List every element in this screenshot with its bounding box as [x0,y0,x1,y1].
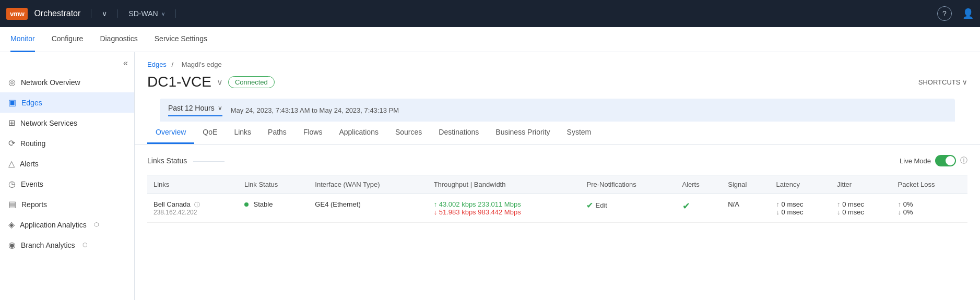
col-interface: Interface (WAN Type) [309,175,427,194]
alerts-check-icon: ✔ [682,201,690,211]
throughput-down-mbps: 983.442 Mbps [478,208,521,216]
tab-destinations[interactable]: Destinations [430,122,487,144]
network-services-icon: ⊞ [8,118,15,128]
edit-check-icon: ✔ [586,200,593,210]
sidebar-label-reports: Reports [21,200,47,209]
secondary-nav: Monitor Configure Diagnostics Service Se… [0,27,980,52]
top-bar-actions: ? 👤 [937,6,974,21]
external-link-icon-app: ⬡ [94,221,99,228]
breadcrumb-separator: / [172,61,174,68]
time-range-text: May 24, 2023, 7:43:13 AM to May 24, 2023… [231,106,399,114]
edit-label: Edit [595,201,607,209]
sidebar-item-network-overview[interactable]: ◎ Network Overview [0,72,134,92]
breadcrumb-current: Magdi's edge [182,61,222,68]
external-link-icon-branch: ⬡ [82,242,88,248]
tab-paths[interactable]: Paths [259,122,295,144]
packet-loss-down: 0% [903,208,913,216]
tab-flows[interactable]: Flows [295,122,331,144]
throughput-up-kbps: 43.002 kbps [434,200,476,208]
jitter-up: 0 msec [842,200,864,208]
latency-down: 0 msec [782,208,804,216]
packet-loss-up: 0% [903,200,913,208]
top-bar: vmw Orchestrator ∨ SD-WAN ∨ ? 👤 [0,0,980,27]
network-overview-icon: ◎ [8,77,16,87]
col-latency: Latency [770,175,831,194]
sidebar-item-alerts[interactable]: △ Alerts [0,153,134,174]
cell-interface: GE4 (Ethernet) [309,194,427,223]
live-mode-toggle[interactable] [935,155,956,166]
content-area: Edges / Magdi's edge DC1-VCE ∨ Connected… [135,52,980,300]
status-badge: Connected [228,76,275,88]
sidebar-item-events[interactable]: ◷ Events [0,174,134,194]
link-status-text: Stable [254,200,273,208]
edges-icon: ▣ [8,98,16,107]
col-signal: Signal [722,175,770,194]
title-dropdown-icon[interactable]: ∨ [217,77,223,87]
sidebar-item-network-services[interactable]: ⊞ Network Services [0,113,134,133]
time-range-dropdown[interactable]: Past 12 Hours ∨ [168,104,222,116]
sdwan-chevron: ∨ [161,11,165,17]
cell-alerts: ✔ [676,194,722,223]
breadcrumb-edges-link[interactable]: Edges [147,61,167,68]
sdwan-dropdown[interactable]: SD-WAN ∨ [118,9,175,18]
tabs-row: Overview QoE Links Paths Flows Applicati… [135,122,980,145]
application-analytics-icon: ◈ [8,220,15,230]
sidebar-item-routing[interactable]: ⟳ Routing [0,133,134,153]
collapse-icon[interactable]: « [123,58,128,68]
col-alerts: Alerts [676,175,722,194]
cell-pre-notifications: ✔ Edit [580,194,676,223]
time-range-label: Past 12 Hours [168,104,215,112]
sidebar-item-application-analytics[interactable]: ◈ Application Analytics ⬡ [0,214,134,235]
throughput-down-kbps: 51.983 kbps [434,208,476,216]
tab-overview[interactable]: Overview [147,122,194,144]
user-icon[interactable]: 👤 [962,8,974,19]
cell-packet-loss: ↑ 0% ↓ 0% [892,194,967,223]
live-mode-info-icon[interactable]: ⓘ [960,156,967,165]
time-range-bar: Past 12 Hours ∨ May 24, 2023, 7:43:13 AM… [160,99,955,122]
content-inner: Edges / Magdi's edge DC1-VCE ∨ Connected… [135,52,980,300]
routing-icon: ⟳ [8,138,15,148]
sidebar-label-branch-analytics: Branch Analytics [21,241,75,249]
shortcuts-button[interactable]: SHORTCUTS ∨ [918,78,967,86]
sidebar-collapse: « [0,56,134,72]
sidebar-label-events: Events [21,180,43,188]
orchestrator-dropdown-chevron: ∨ [102,9,107,18]
nav-monitor[interactable]: Monitor [10,27,35,52]
nav-diagnostics[interactable]: Diagnostics [100,27,137,52]
jitter-down: 0 msec [842,208,864,216]
col-packet-loss: Packet Loss [892,175,967,194]
sidebar-label-alerts: Alerts [20,160,39,168]
section-header: Links Status Live Mode ⓘ [147,155,967,166]
main-layout: « ◎ Network Overview ▣ Edges ⊞ Network S… [0,52,980,300]
edit-pre-notifications[interactable]: ✔ Edit [586,200,669,210]
page-title: DC1-VCE [147,74,211,90]
tab-qoe[interactable]: QoE [194,122,226,144]
cell-link-status: Stable [238,194,309,223]
tab-business-priority[interactable]: Business Priority [487,122,558,144]
sidebar-item-reports[interactable]: ▤ Reports [0,194,134,214]
nav-configure[interactable]: Configure [52,27,84,52]
table-row: Bell Canada ⓘ 238.162.42.202 Stable GE4 … [147,194,967,223]
sidebar-label-application-analytics: Application Analytics [20,221,87,229]
sidebar: « ◎ Network Overview ▣ Edges ⊞ Network S… [0,52,135,300]
help-icon[interactable]: ? [937,6,952,21]
cell-link-name: Bell Canada ⓘ 238.162.42.202 [147,194,238,223]
branch-analytics-icon: ◉ [8,240,16,250]
orchestrator-dropdown[interactable]: ∨ [91,9,118,18]
tab-sources[interactable]: Sources [387,122,430,144]
nav-service-settings[interactable]: Service Settings [155,27,207,52]
link-info-icon[interactable]: ⓘ [194,201,200,208]
sidebar-item-branch-analytics[interactable]: ◉ Branch Analytics ⬡ [0,235,134,255]
breadcrumb: Edges / Magdi's edge [147,61,967,68]
sdwan-label: SD-WAN [128,9,158,18]
sidebar-label-routing: Routing [20,139,45,148]
sidebar-item-edges[interactable]: ▣ Edges [0,92,134,113]
alerts-icon: △ [8,159,15,169]
cell-signal: N/A [722,194,770,223]
tab-applications[interactable]: Applications [330,122,387,144]
throughput-up-mbps: 233.011 Mbps [478,200,521,208]
col-throughput: Throughput | Bandwidth [428,175,581,194]
tab-links[interactable]: Links [226,122,259,144]
tab-system[interactable]: System [559,122,600,144]
col-links: Links [147,175,238,194]
